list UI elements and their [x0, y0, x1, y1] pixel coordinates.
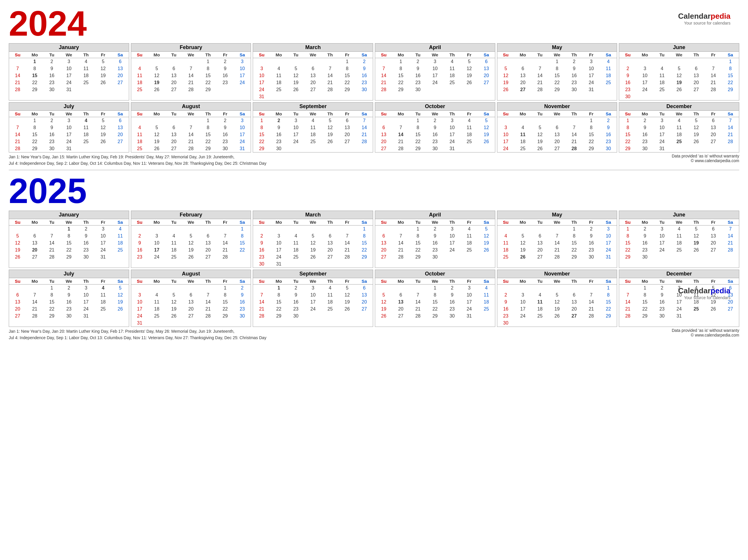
day-16: 16: [636, 239, 654, 247]
month-header-july: July: [9, 102, 129, 111]
dow-label-su: Su: [131, 219, 148, 225]
day-3: 3: [653, 117, 671, 124]
day-15: 15: [43, 299, 61, 306]
day-10: 10: [234, 65, 251, 72]
day-21: 21: [619, 306, 636, 312]
day-14: 14: [548, 239, 566, 247]
day-23: 23: [600, 138, 617, 145]
empty-cell: [148, 117, 165, 124]
day-27: 27: [478, 79, 495, 86]
day-5: 5: [461, 58, 478, 65]
dow-label-th: Th: [687, 52, 705, 58]
day-6: 6: [566, 291, 583, 299]
day-28: 28: [548, 254, 566, 261]
day-10: 10: [234, 124, 251, 131]
day-16: 16: [234, 299, 251, 306]
day-3: 3: [304, 284, 322, 291]
empty-cell: [216, 226, 234, 233]
dow-label-th: Th: [200, 219, 217, 225]
day-3: 3: [444, 117, 461, 124]
day-19: 19: [532, 138, 549, 145]
day-29: 29: [410, 145, 427, 152]
dow-label-th: Th: [444, 278, 461, 284]
day-21: 21: [375, 79, 392, 86]
empty-cell: [182, 284, 200, 291]
day-24: 24: [270, 254, 287, 261]
day-29: 29: [216, 312, 234, 320]
day-9: 9: [131, 239, 148, 247]
day-31: 31: [95, 254, 112, 261]
day-18: 18: [671, 131, 688, 138]
month-header-november: November: [497, 270, 617, 278]
day-17: 17: [600, 239, 617, 247]
day-16: 16: [427, 239, 444, 247]
dow-label-mo: Mo: [514, 219, 532, 225]
day-15: 15: [270, 299, 287, 306]
day-16: 16: [270, 131, 287, 138]
day-26: 26: [514, 254, 532, 261]
day-21: 21: [26, 306, 44, 312]
day-5: 5: [478, 117, 495, 124]
dow-label-we: We: [304, 52, 322, 58]
month-june: JuneSuMoTuWeThFrSa1234567891011121314151…: [619, 211, 739, 268]
day-4: 4: [131, 124, 148, 131]
day-22: 22: [216, 306, 234, 312]
day-12: 12: [497, 72, 515, 79]
day-5: 5: [182, 233, 200, 239]
day-7: 7: [619, 291, 636, 299]
day-19: 19: [514, 247, 532, 254]
day-11: 11: [131, 72, 148, 79]
day-18: 18: [131, 138, 148, 145]
dow-label-tu: Tu: [410, 52, 427, 58]
day-14: 14: [583, 299, 600, 306]
day-23: 23: [77, 247, 95, 254]
month-july: JulySuMoTuWeThFrSa1234567891011121314151…: [9, 270, 129, 327]
day-27: 27: [705, 247, 722, 254]
dow-label-we: We: [427, 278, 444, 284]
day-31: 31: [253, 93, 270, 100]
days-grid-october: 1234567891011121314151617181920212223242…: [375, 117, 495, 152]
day-11: 11: [77, 124, 95, 131]
day-1: 1: [61, 226, 78, 233]
day-28: 28: [338, 254, 356, 261]
day-2: 2: [653, 284, 671, 291]
day-25: 25: [148, 312, 165, 320]
day-4: 4: [77, 58, 95, 65]
month-april: AprilSuMoTuWeThFrSa123456789101112131415…: [375, 43, 495, 100]
day-22: 22: [356, 247, 373, 254]
dow-label-mo: Mo: [26, 111, 44, 117]
copyright-2025: Data provided 'as is' without warranty ©…: [672, 328, 739, 337]
empty-cell: [148, 284, 165, 291]
dow-label-tu: Tu: [532, 219, 549, 225]
day-26: 26: [95, 79, 112, 86]
day-2: 2: [356, 58, 373, 65]
day-30: 30: [61, 312, 78, 320]
dow-label-fr: Fr: [583, 52, 600, 58]
month-header-march: March: [253, 211, 373, 219]
day-6: 6: [356, 284, 373, 291]
day-6: 6: [165, 65, 183, 72]
dow-label-th: Th: [687, 111, 705, 117]
day-7: 7: [182, 65, 200, 72]
day-7: 7: [722, 226, 739, 233]
days-grid-november: 1234567891011121314151617181920212223242…: [497, 284, 617, 327]
dow-label-su: Su: [497, 52, 515, 58]
dow-label-th: Th: [200, 52, 217, 58]
empty-cell: [165, 58, 183, 65]
day-5: 5: [497, 65, 515, 72]
month-header-august: August: [131, 102, 251, 111]
day-28: 28: [705, 86, 722, 93]
day-9: 9: [43, 124, 61, 131]
day-14: 14: [392, 239, 410, 247]
day-27: 27: [200, 254, 217, 261]
day-1: 1: [356, 226, 373, 233]
day-24: 24: [583, 79, 600, 86]
day-24: 24: [131, 312, 148, 320]
dow-label-sa: Sa: [112, 52, 129, 58]
day-30: 30: [356, 86, 373, 93]
day-20: 20: [112, 131, 129, 138]
day-1: 1: [338, 58, 356, 65]
day-31: 31: [671, 312, 688, 320]
day-12: 12: [671, 72, 688, 79]
day-4: 4: [77, 117, 95, 124]
